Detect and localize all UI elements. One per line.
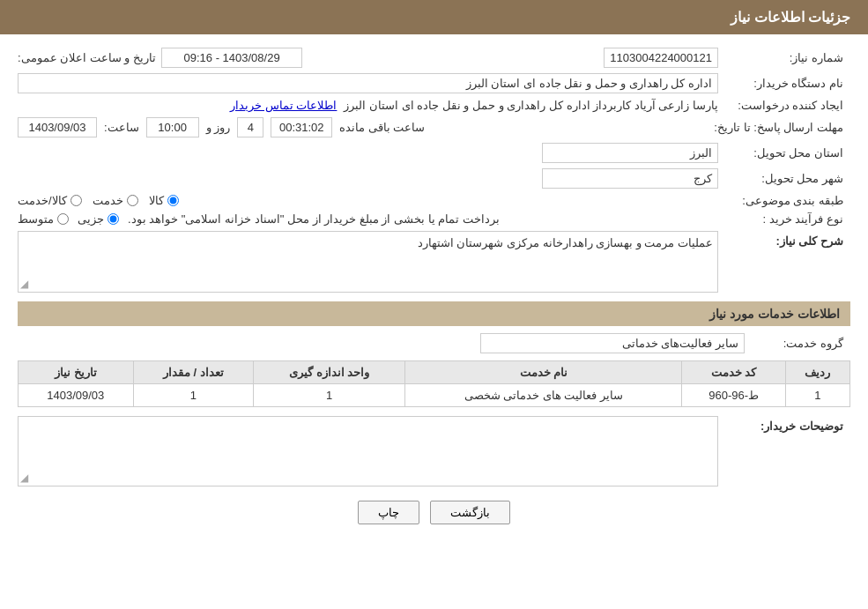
cell-name: سایر فعالیت های خدماتی شخصی [405,384,682,407]
buyer-notes-box: ◢ [18,416,718,486]
category-option-service-goods[interactable]: کالا/خدمت [18,194,82,207]
main-content: شماره نیاز: 1103004224000121 تاریخ و ساع… [0,34,868,552]
service-group-value: سایر فعالیت‌های خدماتی [18,333,745,353]
page-title: جزئیات اطلاعات نیاز [731,10,850,25]
deadline-date-box: 1403/09/03 [18,117,97,137]
request-number-value: 1103004224000121 [329,48,718,68]
deadline-time-box: 10:00 [146,117,199,137]
row-requester: ایجاد کننده درخواست: پارسا زارعی آریاد ک… [18,99,850,112]
request-number-box: 1103004224000121 [604,48,718,68]
deadline-value-area: 1403/09/03 ساعت: 10:00 روز و 4 00:31:02 … [18,117,714,137]
row-purchase-type: نوع فرآیند خرید : متوسط جزیی برداخت تمام… [18,212,850,226]
cell-date: 1403/09/03 [19,384,134,407]
col-qty: تعداد / مقدار [133,361,254,384]
description-label-text: شرح کلی نیاز: [775,234,843,248]
row-province: استان محل تحویل: البرز [18,143,850,163]
buyer-org-label: نام دستگاه خریدار: [718,77,850,90]
row-category: طبقه بندی موضوعی: کالا/خدمت خدمت کالا [18,194,850,207]
description-label: شرح کلی نیاز: [718,231,850,248]
deadline-days-label: روز و [206,121,231,134]
purchase-radio-partial[interactable] [108,213,119,225]
public-announce-label: تاریخ و ساعت اعلان عمومی: [18,51,156,64]
deadline-remaining-box: 00:31:02 [271,117,332,137]
row-description: شرح کلی نیاز: عملیات مرمت و بهسازی راهدا… [18,231,850,293]
print-button[interactable]: چاپ [358,501,419,524]
deadline-remaining-label: ساعت باقی مانده [339,121,425,134]
province-label: استان محل تحویل: [718,146,850,160]
buttons-row: بازگشت چاپ [18,501,850,524]
province-box: البرز [542,143,718,163]
col-name: نام خدمت [405,361,682,384]
province-value: البرز [18,143,718,163]
service-group-label: گروه خدمت: [745,337,850,350]
deadline-days-box: 4 [237,117,263,137]
row-buyer-org: نام دستگاه خریدار: اداره کل راهداری و حم… [18,73,850,93]
category-option-service[interactable]: خدمت [93,194,138,207]
requester-value: پارسا زارعی آریاد کاربرداز اداره کل راهد… [344,99,718,112]
row-request-number: شماره نیاز: 1103004224000121 تاریخ و ساع… [18,48,850,68]
description-text: عملیات مرمت و بهسازی راهدارخانه مرکزی شه… [418,236,713,249]
page-container: جزئیات اطلاعات نیاز شماره نیاز: 11030042… [0,0,868,609]
announce-row: تاریخ و ساعت اعلان عمومی: 1403/08/29 - 0… [18,48,302,68]
service-group-box: سایر فعالیت‌های خدماتی [480,333,745,353]
request-number-label: شماره نیاز: [718,51,850,64]
resize-icon-2: ◢ [20,472,28,484]
public-announce-value: 1403/08/29 - 09:16 [161,48,302,68]
deadline-time-label: ساعت: [104,121,139,134]
cell-code: ط-96-960 [682,384,785,407]
category-option-service-goods-label: کالا/خدمت [18,194,67,207]
buyer-notes-value-area: ◢ [18,416,718,486]
city-box: کرج [542,168,718,189]
description-box: عملیات مرمت و بهسازی راهدارخانه مرکزی شه… [18,231,718,293]
cell-row: 1 [785,384,849,407]
col-unit: واحد اندازه گیری [254,361,405,384]
row-city: شهر محل تحویل: کرج [18,168,850,189]
col-code: کد خدمت [682,361,785,384]
back-button[interactable]: بازگشت [430,501,510,524]
purchase-type-area: متوسط جزیی برداخت تمام یا بخشی از مبلغ خ… [18,212,718,226]
category-option-service-label: خدمت [93,194,123,207]
category-radio-service-goods[interactable] [70,195,82,206]
category-options: کالا/خدمت خدمت کالا [18,194,718,207]
city-value: کرج [18,168,718,189]
deadline-row: 1403/09/03 ساعت: 10:00 روز و 4 00:31:02 … [18,117,714,137]
services-section-header: اطلاعات خدمات مورد نیاز [18,301,850,326]
purchase-radio-medium[interactable] [57,213,69,225]
purchase-option-partial-label: جزیی [78,212,104,226]
cell-qty: 1 [133,384,254,407]
cell-unit: 1 [254,384,405,407]
category-radio-group: کالا/خدمت خدمت کالا [18,194,718,207]
deadline-label: مهلت ارسال پاسخ: تا تاریخ: [714,121,850,134]
requester-link[interactable]: اطلاعات تماس خریدار [230,99,337,112]
category-label: طبقه بندی موضوعی: [718,194,850,207]
purchase-option-partial[interactable]: جزیی [78,212,119,226]
requester-value-area: پارسا زارعی آریاد کاربرداز اداره کل راهد… [18,99,718,112]
resize-icon: ◢ [20,278,28,290]
col-row-num: ردیف [785,361,849,384]
buyer-notes-label-text: توضیحات خریدار: [760,420,843,433]
purchase-type-text: برداخت تمام یا بخشی از مبلغ خریدار از مح… [128,212,500,226]
purchase-option-medium-label: متوسط [18,212,54,226]
buyer-notes-label: توضیحات خریدار: [718,416,850,433]
row-deadline: مهلت ارسال پاسخ: تا تاریخ: 1403/09/03 سا… [18,117,850,137]
description-value-area: عملیات مرمت و بهسازی راهدارخانه مرکزی شه… [18,231,718,293]
category-option-goods[interactable]: کالا [149,194,179,207]
page-header: جزئیات اطلاعات نیاز [0,0,868,34]
purchase-option-medium[interactable]: متوسط [18,212,69,226]
category-radio-service[interactable] [127,195,138,206]
table-row: 1 ط-96-960 سایر فعالیت های خدماتی شخصی 1… [19,384,850,407]
services-table: ردیف کد خدمت نام خدمت واحد اندازه گیری ت… [18,360,850,407]
buyer-org-box: اداره کل راهداری و حمل و نقل جاده ای است… [18,73,718,93]
purchase-type-label: نوع فرآیند خرید : [718,212,850,226]
city-label: شهر محل تحویل: [718,172,850,185]
row-service-group: گروه خدمت: سایر فعالیت‌های خدماتی [18,333,850,353]
row-buyer-notes: توضیحات خریدار: ◢ [18,416,850,486]
category-radio-goods[interactable] [167,195,179,206]
table-header-row: ردیف کد خدمت نام خدمت واحد اندازه گیری ت… [19,361,850,384]
purchase-type-row: متوسط جزیی برداخت تمام یا بخشی از مبلغ خ… [18,212,718,226]
category-option-goods-label: کالا [149,194,164,207]
services-header-text: اطلاعات خدمات مورد نیاز [709,307,840,321]
buyer-org-value: اداره کل راهداری و حمل و نقل جاده ای است… [18,73,718,93]
col-date: تاریخ نیاز [19,361,134,384]
requester-label: ایجاد کننده درخواست: [718,99,850,112]
